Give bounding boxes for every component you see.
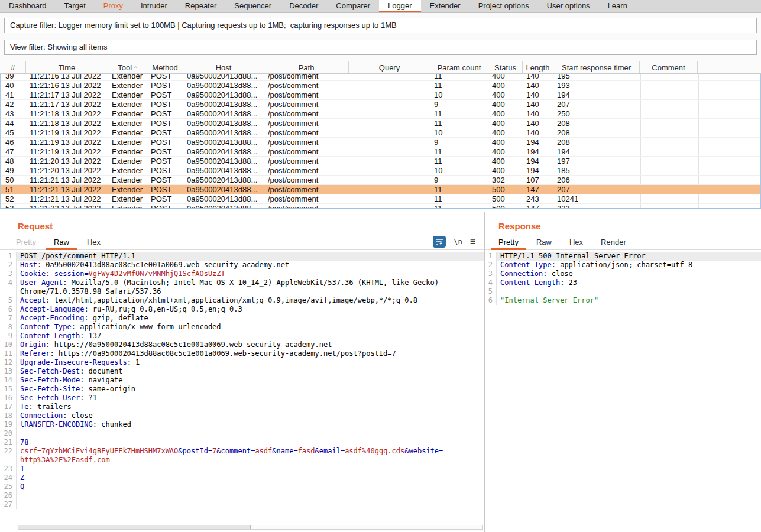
log-row-43[interactable]: 4311:21:18 13 Jul 2022ExtenderPOST0a9500… [1,109,760,119]
response-viewer[interactable]: 1HTTP/1.1 500 Internal Server Error2Cont… [485,252,761,305]
column-header-length[interactable]: Length [523,61,553,73]
column-header--[interactable]: # [0,61,26,73]
log-row-42[interactable]: 4211:21:17 13 Jul 2022ExtenderPOST0a9500… [1,100,760,109]
menu-tab-target[interactable]: Target [56,0,95,12]
menu-tab-intruder[interactable]: Intruder [132,0,176,12]
log-row-51[interactable]: 5111:21:21 13 Jul 2022ExtenderPOST0a9500… [1,185,760,194]
code-line: 6"Internal Server Error" [485,296,761,305]
column-header-path[interactable]: Path [264,61,349,73]
line-text: Connection: close [17,411,484,420]
table-body[interactable]: 3911:21:16 13 Jul 2022ExtenderPOST0a9500… [0,74,761,208]
cell-param-count: 11 [431,194,489,203]
response-tab-hex[interactable]: Hex [562,235,591,250]
log-row-52[interactable]: 5211:21:21 13 Jul 2022ExtenderPOST0a9500… [1,194,760,204]
log-row-44[interactable]: 4411:21:18 13 Jul 2022ExtenderPOST0a9500… [1,119,760,128]
column-header-query[interactable]: Query [349,61,430,73]
log-row-39[interactable]: 3911:21:16 13 Jul 2022ExtenderPOST0a9500… [1,74,760,81]
cell-num: 40 [1,81,27,90]
sort-ascending-icon: ^ [134,65,137,70]
request-tab-hex[interactable]: Hex [79,235,108,250]
cell-num: 45 [1,128,27,137]
cell-tool: Extender [109,176,148,184]
menu-tab-dashboard[interactable]: Dashboard [0,0,56,12]
code-line: 18Connection: close [0,411,484,420]
menu-tab-extender[interactable]: Extender [421,0,469,12]
cell-host: 0a9500020413d88... [184,74,265,80]
line-text: Sec-Fetch-User: ?1 [17,394,484,403]
code-line: 10Origin: https://0a9500020413d88ac08c5c… [0,340,484,349]
column-header-start-response-timer[interactable]: Start response timer [553,61,640,73]
menu-tab-learn[interactable]: Learn [599,0,636,12]
cell-start-response-timer: 207 [554,100,640,109]
menu-tab-logger[interactable]: Logger [379,0,420,12]
line-text: Accept-Language: ru-RU,ru;q=0.8,en-US;q=… [17,305,484,314]
view-filter-bar[interactable]: View filter: Showing all items [4,40,757,55]
cell-query [349,119,431,128]
line-number: 2 [0,261,17,270]
column-header-tool[interactable]: Tool^ [108,61,147,73]
code-line: 24Z [0,473,484,482]
line-number: 27 [0,500,17,509]
menu-tab-project-options[interactable]: Project options [469,0,538,12]
cell-tool: Extender [109,100,148,109]
cell-method: POST [148,74,184,80]
cell-num: 46 [1,138,27,147]
log-row-47[interactable]: 4711:21:19 13 Jul 2022ExtenderPOST0a9500… [1,147,760,157]
horizontal-splitter[interactable] [0,208,761,212]
log-row-53[interactable]: 5311:21:22 13 Jul 2022ExtenderPOST0a9500… [1,204,760,208]
log-row-46[interactable]: 4611:21:19 13 Jul 2022ExtenderPOST0a9500… [1,138,760,147]
cell-path: /post/comment [265,157,349,166]
cell-status: 400 [489,90,523,99]
cell-comment [640,166,698,175]
newline-characters-icon[interactable]: \n [454,238,462,246]
menu-tab-user-options[interactable]: User options [538,0,599,12]
cell-time: 11:21:21 13 Jul 2022 [27,185,109,194]
capture-filter-bar[interactable]: Capture filter: Logger memory limit set … [4,18,757,33]
cell-time: 11:21:17 13 Jul 2022 [27,100,109,109]
menu-tab-comparer[interactable]: Comparer [327,0,379,12]
cell-start-response-timer: 223 [554,204,640,208]
log-row-48[interactable]: 4811:21:20 13 Jul 2022ExtenderPOST0a9500… [1,157,760,166]
line-number: 3 [0,270,17,278]
menu-tab-sequencer[interactable]: Sequencer [225,0,280,12]
menu-tab-repeater[interactable]: Repeater [176,0,225,12]
log-row-41[interactable]: 4111:21:17 13 Jul 2022ExtenderPOST0a9500… [1,90,760,100]
editor-menu-icon[interactable]: ≡ [470,239,475,245]
cell-query [349,194,431,203]
line-text: Sec-Fetch-Dest: document [17,367,484,376]
log-row-45[interactable]: 4511:21:19 13 Jul 2022ExtenderPOST0a9500… [1,128,760,138]
word-wrap-icon[interactable] [433,236,446,248]
cell-comment [640,194,698,203]
line-number: 6 [485,296,497,305]
cell-path: /post/comment [265,81,349,90]
code-line: 6Accept-Language: ru-RU,ru;q=0.8,en-US;q… [0,305,484,314]
log-row-50[interactable]: 5011:21:21 13 Jul 2022ExtenderPOST0a9500… [1,176,760,185]
request-horizontal-scrollbar[interactable] [18,525,483,530]
request-editor[interactable]: 1POST /post/comment HTTP/1.12Host: 0a950… [0,252,484,509]
menu-tab-proxy[interactable]: Proxy [95,0,132,12]
cell-path: /post/comment [265,119,349,128]
column-header-time[interactable]: Time [26,61,108,73]
cell-host: 0a9500020413d88... [184,194,265,203]
scrollbar-thumb[interactable] [18,525,251,529]
cell-tool: Extender [109,166,148,175]
line-number: 25 [0,482,17,491]
cell-status: 400 [489,138,523,147]
column-header-host[interactable]: Host [183,61,264,73]
cell-method: POST [148,138,184,147]
code-line: 8Content-Type: application/x-www-form-ur… [0,323,484,332]
response-tab-raw[interactable]: Raw [529,235,559,250]
column-header-method[interactable]: Method [147,61,183,73]
request-tab-raw[interactable]: Raw [46,235,77,250]
response-tab-render[interactable]: Render [593,235,634,250]
cell-query [349,90,431,99]
column-header-status[interactable]: Status [488,61,523,73]
cell-length: 140 [523,119,554,128]
log-row-49[interactable]: 4911:21:20 13 Jul 2022ExtenderPOST0a9500… [1,166,760,176]
log-row-40[interactable]: 4011:21:16 13 Jul 2022ExtenderPOST0a9500… [1,81,760,90]
cell-param-count: 11 [431,109,489,118]
response-tab-pretty[interactable]: Pretty [491,235,526,250]
column-header-comment[interactable]: Comment [640,61,698,73]
column-header-param-count[interactable]: Param count [430,61,488,73]
menu-tab-decoder[interactable]: Decoder [280,0,327,12]
